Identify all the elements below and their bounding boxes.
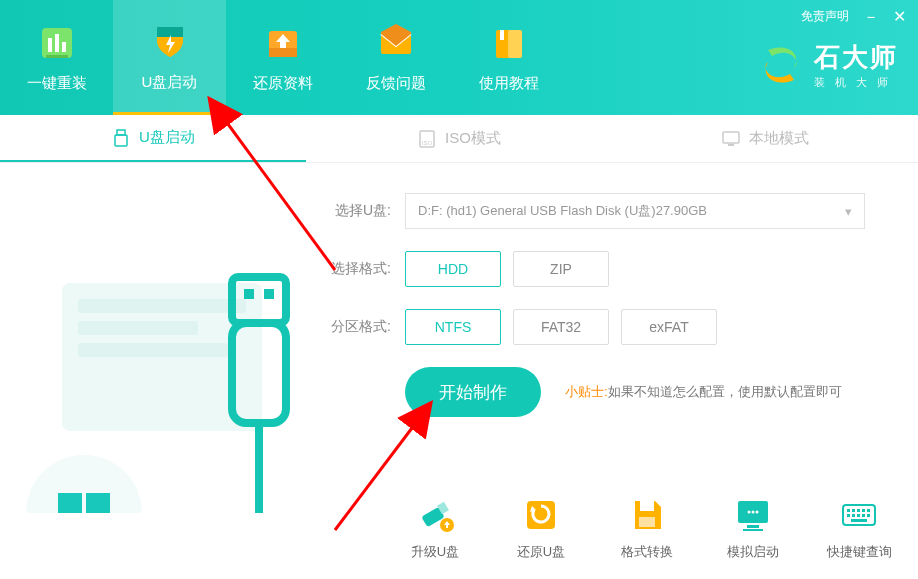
action-row: 开始制作 小贴士:如果不知道怎么配置，使用默认配置即可: [405, 367, 875, 417]
svg-text:ISO: ISO: [422, 140, 433, 146]
nav-restore[interactable]: 还原资料: [226, 0, 339, 115]
header: 免责声明 － ✕ 一键重装 U盘启动 还原资料 反馈问题: [0, 0, 918, 115]
tool-convert[interactable]: 格式转换: [610, 495, 684, 561]
partition-options: NTFS FAT32 exFAT: [405, 309, 717, 345]
tip-label: 小贴士:: [565, 384, 608, 399]
start-button[interactable]: 开始制作: [405, 367, 541, 417]
sub-tabs: U盘启动 ISO ISO模式 本地模式: [0, 115, 918, 163]
svg-rect-30: [264, 289, 274, 299]
nav-label: U盘启动: [142, 73, 198, 92]
svg-rect-47: [852, 509, 855, 512]
svg-rect-27: [78, 343, 228, 357]
svg-rect-3: [62, 42, 66, 52]
tool-hotkey[interactable]: 快捷键查询: [822, 495, 896, 561]
svg-point-19: [26, 455, 142, 513]
svg-rect-17: [728, 144, 734, 146]
svg-rect-1: [48, 38, 52, 52]
nav-usb-boot[interactable]: U盘启动: [113, 0, 226, 115]
tab-label: U盘启动: [139, 128, 195, 147]
disk-value: D:F: (hd1) General USB Flash Disk (U盘)27…: [418, 202, 707, 220]
usb-illustration: [0, 193, 305, 493]
tab-usb-boot[interactable]: U盘启动: [0, 115, 306, 162]
window-controls: 免责声明 － ✕: [801, 8, 906, 25]
svg-rect-54: [862, 514, 865, 517]
tool-label: 还原U盘: [517, 543, 565, 561]
nav-label: 一键重装: [27, 74, 87, 93]
tool-label: 快捷键查询: [827, 543, 892, 561]
nav-feedback[interactable]: 反馈问题: [339, 0, 452, 115]
caret-down-icon: ▾: [845, 204, 852, 219]
svg-rect-48: [857, 509, 860, 512]
svg-rect-26: [78, 321, 198, 335]
svg-rect-16: [723, 132, 739, 143]
save-icon: [627, 495, 667, 535]
shield-bolt-icon: [149, 21, 191, 63]
monitor-loading-icon: [733, 495, 773, 535]
svg-rect-56: [851, 519, 867, 522]
format-label: 选择格式:: [315, 260, 391, 278]
svg-rect-51: [847, 514, 850, 517]
svg-rect-7: [269, 48, 297, 57]
svg-rect-13: [115, 135, 127, 146]
svg-rect-50: [867, 509, 870, 512]
usb-icon: [111, 128, 131, 148]
tip-text: 如果不知道怎么配置，使用默认配置即可: [608, 384, 842, 399]
svg-rect-41: [743, 529, 763, 531]
svg-rect-5: [157, 27, 183, 37]
nav-label: 使用教程: [479, 74, 539, 93]
svg-point-43: [752, 511, 755, 514]
tool-upgrade-usb[interactable]: 升级U盘: [398, 495, 472, 561]
row-format: 选择格式: HDD ZIP: [315, 251, 875, 287]
svg-rect-4: [46, 55, 68, 58]
tab-local[interactable]: 本地模式: [612, 115, 918, 162]
partition-label: 分区格式:: [315, 318, 391, 336]
row-disk: 选择U盘: D:F: (hd1) General USB Flash Disk …: [315, 193, 875, 229]
brand-title: 石大师: [814, 40, 898, 75]
tab-iso[interactable]: ISO ISO模式: [306, 115, 612, 162]
disk-select[interactable]: D:F: (hd1) General USB Flash Disk (U盘)27…: [405, 193, 865, 229]
svg-rect-25: [78, 299, 246, 313]
minimize-button[interactable]: －: [863, 9, 879, 25]
svg-point-44: [756, 511, 759, 514]
opt-zip[interactable]: ZIP: [513, 251, 609, 287]
upload-box-icon: [262, 22, 304, 64]
svg-rect-38: [639, 517, 655, 527]
svg-rect-37: [640, 501, 654, 511]
svg-rect-2: [55, 34, 59, 52]
svg-point-42: [748, 511, 751, 514]
disclaimer-link[interactable]: 免责声明: [801, 8, 849, 25]
footer-tools: 升级U盘 还原U盘 格式转换 模拟启动 快捷键查询: [398, 495, 896, 561]
opt-exfat[interactable]: exFAT: [621, 309, 717, 345]
svg-rect-53: [857, 514, 860, 517]
brand: 石大师 装机大师: [758, 40, 898, 90]
svg-rect-11: [500, 30, 504, 40]
keyboard-icon: [839, 495, 879, 535]
chart-icon: [36, 22, 78, 64]
tool-label: 格式转换: [621, 543, 673, 561]
format-options: HDD ZIP: [405, 251, 609, 287]
svg-rect-46: [847, 509, 850, 512]
opt-ntfs[interactable]: NTFS: [405, 309, 501, 345]
main-nav: 一键重装 U盘启动 还原资料 反馈问题 使用教程: [0, 0, 565, 115]
tool-restore-usb[interactable]: 还原U盘: [504, 495, 578, 561]
tab-label: 本地模式: [749, 129, 809, 148]
tool-simulate[interactable]: 模拟启动: [716, 495, 790, 561]
nav-tutorial[interactable]: 使用教程: [452, 0, 565, 115]
mail-icon: [375, 22, 417, 64]
svg-rect-20: [58, 493, 82, 513]
disk-label: 选择U盘:: [315, 202, 391, 220]
close-button[interactable]: ✕: [893, 9, 906, 25]
monitor-icon: [721, 129, 741, 149]
svg-rect-40: [747, 525, 759, 528]
nav-reinstall[interactable]: 一键重装: [0, 0, 113, 115]
form: 选择U盘: D:F: (hd1) General USB Flash Disk …: [315, 193, 875, 493]
svg-rect-52: [852, 514, 855, 517]
svg-rect-29: [244, 289, 254, 299]
svg-rect-49: [862, 509, 865, 512]
row-partition: 分区格式: NTFS FAT32 exFAT: [315, 309, 875, 345]
usb-up-icon: [415, 495, 455, 535]
opt-fat32[interactable]: FAT32: [513, 309, 609, 345]
opt-hdd[interactable]: HDD: [405, 251, 501, 287]
tip: 小贴士:如果不知道怎么配置，使用默认配置即可: [565, 383, 842, 401]
svg-rect-21: [86, 493, 110, 513]
